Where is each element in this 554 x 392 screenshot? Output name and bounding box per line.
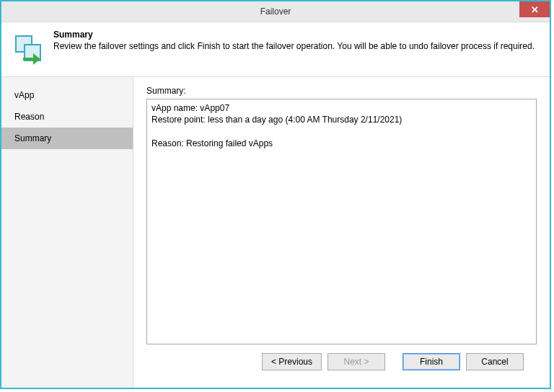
summary-textbox[interactable]: vApp name: vApp07 Restore point: less th… — [146, 99, 537, 344]
page-heading: Summary — [53, 30, 535, 40]
sidebar-item-label: Reason — [14, 112, 44, 122]
failover-icon — [12, 33, 46, 68]
sidebar-item-summary[interactable]: Summary — [1, 128, 133, 149]
sidebar-item-reason[interactable]: Reason — [1, 106, 133, 128]
button-spacer — [391, 353, 397, 370]
previous-button[interactable]: < Previous — [262, 353, 322, 370]
wizard-button-row: < Previous Next > Finish Cancel — [146, 353, 537, 380]
close-button[interactable]: ✕ — [519, 1, 550, 17]
wizard-header: Summary Review the failover settings and… — [1, 22, 550, 77]
summary-section-label: Summary: — [146, 86, 537, 96]
failover-wizard-window: Failover ✕ Summary Review the failover s… — [0, 0, 551, 389]
cancel-button[interactable]: Cancel — [466, 353, 524, 370]
wizard-sidebar: vApp Reason Summary — [1, 77, 133, 388]
wizard-body: vApp Reason Summary Summary: vApp name: … — [1, 77, 550, 388]
titlebar: Failover ✕ — [1, 1, 550, 22]
next-button: Next > — [327, 353, 385, 370]
sidebar-item-label: vApp — [14, 90, 34, 100]
wizard-main: Summary: vApp name: vApp07 Restore point… — [133, 77, 550, 388]
close-icon: ✕ — [531, 4, 539, 15]
sidebar-item-vapp[interactable]: vApp — [1, 84, 133, 106]
finish-button[interactable]: Finish — [403, 353, 460, 370]
page-description: Review the failover settings and click F… — [53, 41, 535, 51]
window-title: Failover — [260, 6, 291, 17]
wizard-header-text: Summary Review the failover settings and… — [53, 30, 535, 51]
sidebar-item-label: Summary — [14, 133, 51, 143]
